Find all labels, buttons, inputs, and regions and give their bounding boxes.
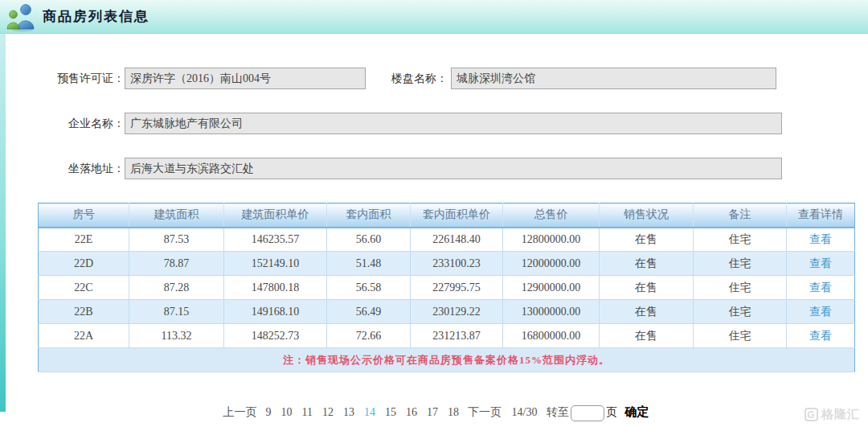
page-number-link[interactable]: 12 (322, 406, 334, 418)
column-header: 备注 (694, 203, 787, 228)
table-cell: 78.87 (129, 252, 224, 276)
next-page-link[interactable]: 下一页 (468, 406, 502, 418)
form-row: 企业名称： (48, 113, 868, 134)
page-number-link[interactable]: 9 (266, 406, 272, 418)
table-cell: 在售 (600, 276, 694, 300)
table-cell: 146235.57 (224, 228, 327, 252)
view-detail-link[interactable]: 查看 (809, 306, 832, 318)
housing-table: 房号建筑面积建筑面积单价套内面积套内面积单价总售价销售状况备注查看详情 22E8… (38, 203, 855, 372)
pagination: 上一页9101112131415161718下一页 14/30 转至页 确定 (0, 404, 868, 421)
column-header: 套内面积 (327, 203, 411, 228)
form-row: 坐落地址： (48, 158, 868, 179)
column-header: 套内面积单价 (411, 203, 503, 228)
table-cell: 152149.10 (224, 252, 327, 276)
table-cell: 查看 (787, 228, 855, 252)
page-info: 14/30 (512, 406, 538, 418)
column-header: 建筑面积 (129, 203, 224, 228)
table-note-row: 注：销售现场公示价格可在商品房预售备案价格15%范围内浮动。 (39, 348, 855, 372)
table-cell: 查看 (787, 300, 855, 324)
table-cell: 56.58 (327, 276, 411, 300)
table-cell: 22A (39, 324, 129, 348)
page-number-link[interactable]: 10 (281, 406, 293, 418)
table-cell: 56.60 (327, 228, 411, 252)
column-header: 总售价 (503, 203, 600, 228)
table-cell: 在售 (600, 300, 694, 324)
goto-label: 转至 (547, 406, 569, 418)
table-cell: 12000000.00 (503, 252, 600, 276)
table-cell: 148252.73 (224, 324, 327, 348)
view-detail-link[interactable]: 查看 (809, 233, 832, 245)
table-cell: 12800000.00 (503, 228, 600, 252)
company-name-label: 企业名称： (48, 117, 125, 131)
left-border-strip (0, 34, 6, 412)
table-cell: 在售 (600, 252, 694, 276)
table-cell: 230129.22 (411, 300, 503, 324)
table-cell: 227995.75 (411, 276, 503, 300)
table-cell: 22B (39, 300, 129, 324)
table-row: 22C87.28147800.1856.58227995.7512900000.… (39, 276, 855, 300)
table-row: 22B87.15149168.1056.49230129.2213000000.… (39, 300, 855, 324)
table-cell: 住宅 (694, 252, 787, 276)
company-name-input[interactable] (125, 113, 782, 134)
table-cell: 22E (39, 228, 129, 252)
form-row: 预售许可证： 楼盘名称： (48, 68, 868, 89)
table-cell: 113.32 (129, 324, 224, 348)
column-header: 建筑面积单价 (224, 203, 327, 228)
table-row: 22A113.32148252.7372.66231213.8716800000… (39, 324, 855, 348)
page-title: 商品房列表信息 (43, 7, 149, 26)
table-cell: 233100.23 (411, 252, 503, 276)
table-cell: 226148.40 (411, 228, 503, 252)
prev-page-link[interactable]: 上一页 (223, 406, 257, 418)
table-cell: 查看 (787, 252, 855, 276)
address-input[interactable] (125, 158, 782, 179)
table-cell: 查看 (787, 324, 855, 348)
page-number-link[interactable]: 16 (406, 406, 417, 418)
users-icon (6, 3, 36, 32)
page-number-link[interactable]: 13 (343, 406, 354, 418)
view-detail-link[interactable]: 查看 (809, 330, 832, 342)
goto-page-input[interactable] (571, 405, 604, 421)
confirm-button[interactable]: 确定 (624, 405, 649, 418)
property-name-label: 楼盘名称： (391, 72, 448, 86)
table-cell: 87.28 (129, 276, 224, 300)
table-cell: 22C (39, 276, 129, 300)
page-number-link[interactable]: 18 (448, 406, 459, 418)
page-number-link[interactable]: 14 (364, 406, 375, 418)
presale-permit-label: 预售许可证： (48, 72, 125, 86)
table-cell: 住宅 (694, 324, 787, 348)
table-cell: 16800000.00 (503, 324, 600, 348)
page-number-link[interactable]: 11 (302, 406, 313, 418)
view-detail-link[interactable]: 查看 (809, 281, 832, 294)
table-cell: 87.15 (129, 300, 224, 324)
table-cell: 住宅 (694, 300, 787, 324)
table-cell: 22D (39, 252, 129, 276)
page-number-link[interactable]: 15 (385, 406, 396, 418)
page-number-link[interactable]: 17 (427, 406, 438, 418)
address-label: 坐落地址： (48, 162, 125, 176)
column-header: 房号 (39, 203, 129, 228)
table-cell: 56.49 (327, 300, 411, 324)
table-cell: 147800.18 (224, 276, 327, 300)
presale-permit-input[interactable] (125, 68, 366, 89)
table-cell: 在售 (600, 324, 694, 348)
table-cell: 住宅 (694, 228, 787, 252)
filter-form: 预售许可证： 楼盘名称： 企业名称： 坐落地址： (0, 34, 868, 179)
table-cell: 72.66 (327, 324, 411, 348)
watermark-text: 格隆汇 (821, 407, 860, 422)
table-cell: 在售 (600, 228, 694, 252)
column-header: 查看详情 (787, 203, 855, 228)
table-row: 22D78.87152149.1051.48233100.2312000000.… (39, 252, 855, 276)
page-header: 商品房列表信息 (0, 0, 868, 34)
view-detail-link[interactable]: 查看 (809, 257, 832, 269)
table-row: 22E87.53146235.5756.60226148.4012800000.… (39, 228, 855, 252)
table-cell: 149168.10 (224, 300, 327, 324)
table-cell: 13000000.00 (503, 300, 600, 324)
table-cell: 231213.87 (411, 324, 503, 348)
gelonghui-watermark: G 格隆汇 (805, 407, 860, 422)
property-name-input[interactable] (451, 68, 776, 89)
table-cell: 查看 (787, 276, 855, 300)
table-header-row: 房号建筑面积建筑面积单价套内面积套内面积单价总售价销售状况备注查看详情 (39, 203, 855, 228)
table-note: 注：销售现场公示价格可在商品房预售备案价格15%范围内浮动。 (39, 348, 855, 372)
page-numbers: 9101112131415161718 (261, 406, 464, 418)
gelonghui-logo-icon: G (805, 408, 818, 421)
